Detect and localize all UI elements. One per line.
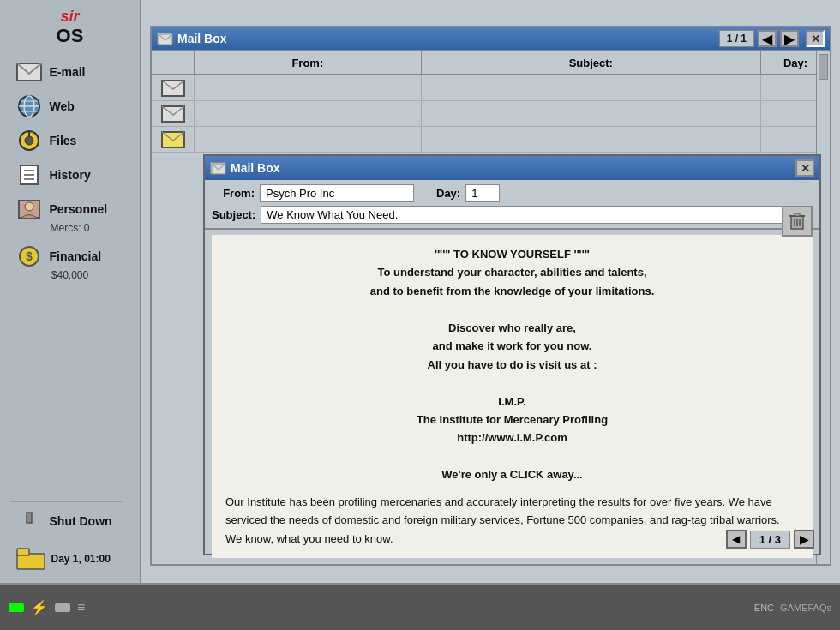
watermark-text: ENC GAMEFAQs — [754, 603, 831, 613]
sidebar-item-files[interactable]: Files — [10, 125, 130, 156]
body-line-3: and to benefit from the knowledge of you… — [225, 282, 799, 300]
sidebar-divider — [10, 501, 122, 502]
sidebar-item-personnel[interactable]: Personnel Mercs: 0 — [10, 194, 130, 237]
body-space-2 — [225, 374, 799, 392]
mercs-count: Mercs: 0 — [50, 222, 89, 234]
outer-mailbox-title: Mail Box — [177, 32, 719, 45]
day-value: 1 — [465, 184, 500, 202]
table-row[interactable] — [152, 127, 830, 153]
row2-from — [195, 101, 422, 126]
scrollbar-thumb[interactable] — [819, 54, 828, 80]
titlebar-icon — [157, 33, 172, 45]
app-logo: sir OS — [57, 9, 84, 46]
bottom-page-indicator: 1 / 3 — [750, 531, 790, 549]
day-info: Day 1, 01:00 — [10, 543, 130, 574]
row2-subject — [422, 101, 761, 126]
sidebar-item-financial[interactable]: $ Financial $40,000 — [10, 241, 130, 285]
inner-titlebar-icon — [210, 162, 225, 174]
body-line-8: The Institute for Mercenary Profiling — [225, 411, 799, 429]
envelope-icon-3 — [152, 127, 195, 152]
led-gray — [55, 603, 70, 612]
sidebar: sir OS E-mail — [0, 0, 141, 583]
logo-sir: sir — [57, 9, 84, 26]
email-icon — [15, 60, 43, 84]
personnel-icon — [15, 197, 43, 221]
inner-mailbox-titlebar: Mail Box ✕ — [205, 156, 819, 180]
outer-mailbox-body: From: Subject: Day: — [150, 50, 831, 566]
email-body: '"'" TO KNOW YOURSELF '"'" To understand… — [212, 235, 813, 558]
body-line-9: http://www.I.M.P.com — [225, 429, 799, 447]
outer-mailbox-titlebar: Mail Box 1 / 1 ◀ ▶ ✕ — [150, 26, 831, 50]
next-arrow-btn[interactable]: ▶ — [780, 30, 799, 47]
row3-from — [195, 127, 422, 152]
row1-from — [195, 75, 422, 100]
inner-mailbox-title: Mail Box — [231, 161, 795, 175]
bars-icon: ≡ — [77, 600, 85, 615]
body-line-6: All you have to do is visit us at : — [225, 356, 799, 374]
shutdown-label: Shut Down — [50, 514, 112, 528]
sidebar-item-history[interactable]: History — [10, 159, 130, 190]
body-space-1 — [225, 300, 799, 318]
inner-close-btn[interactable]: ✕ — [795, 159, 814, 177]
svg-text:$: $ — [26, 249, 33, 263]
from-label: From: — [212, 187, 255, 200]
envelope-icon-2 — [152, 101, 195, 126]
header-icon-col — [152, 51, 195, 74]
table-row[interactable] — [152, 101, 830, 127]
body-line-4: Discover who really are, — [225, 319, 799, 337]
subject-value: We Know What You Need. — [261, 206, 813, 224]
svg-rect-27 — [795, 213, 800, 216]
body-line-2: To understand your character, abilities … — [225, 263, 799, 281]
body-line-7: I.M.P. — [225, 393, 799, 411]
svg-point-7 — [25, 136, 33, 145]
logo-os: OS — [57, 26, 84, 46]
sidebar-bottom: Shut Down Day 1, 01:00 — [10, 498, 130, 583]
day-label-field: Day: — [436, 187, 460, 200]
bottom-pagination: ◀ 1 / 3 ▶ — [726, 530, 814, 549]
sidebar-item-email[interactable]: E-mail — [10, 57, 130, 87]
svg-rect-19 — [17, 549, 29, 555]
led-green — [9, 603, 24, 612]
body-line-5: and make it work for you now. — [225, 337, 799, 355]
web-icon — [15, 94, 43, 118]
subject-label: Subject: — [212, 208, 255, 221]
day-label: Day 1, 01:00 — [51, 553, 111, 565]
svg-point-14 — [25, 202, 33, 211]
body-line-11: Our Institute has been profiling mercena… — [225, 493, 799, 548]
header-subject: Subject: — [422, 51, 761, 74]
taskbar-indicators: ⚡ ≡ — [9, 599, 85, 615]
svg-rect-17 — [27, 513, 32, 523]
bottom-next-btn[interactable]: ▶ — [794, 530, 814, 549]
inner-from-row: From: Psych Pro Inc Day: 1 — [205, 180, 819, 204]
row1-subject — [422, 75, 761, 100]
taskbar: ⚡ ≡ ENC GAMEFAQs — [0, 583, 840, 630]
mail-table-header: From: Subject: Day: — [152, 51, 830, 75]
files-icon — [15, 129, 43, 153]
shutdown-button[interactable]: Shut Down — [10, 506, 130, 537]
sidebar-item-web[interactable]: Web — [10, 91, 130, 122]
body-line-1: '"'" TO KNOW YOURSELF '"'" — [225, 245, 799, 263]
history-icon — [15, 163, 43, 187]
sidebar-label-files: Files — [50, 134, 77, 147]
outer-close-btn[interactable]: ✕ — [806, 30, 825, 47]
desktop: sir OS E-mail — [0, 0, 840, 583]
lightning-icon: ⚡ — [31, 599, 48, 615]
inner-mailbox-window: Mail Box ✕ From: Psych Pro Inc Day: 1 — [203, 154, 821, 555]
sidebar-label-financial: Financial — [50, 249, 102, 263]
header-from: From: — [195, 51, 422, 74]
row3-subject — [422, 127, 761, 152]
envelope-icon-1 — [152, 75, 195, 100]
sidebar-label-history: History — [50, 168, 91, 182]
shutdown-icon — [15, 509, 43, 533]
sidebar-label-email: E-mail — [50, 65, 86, 79]
from-value: Psych Pro Inc — [260, 184, 414, 202]
prev-arrow-btn[interactable]: ◀ — [758, 30, 777, 47]
main-area: Mail Box 1 / 1 ◀ ▶ ✕ From: Subject: Day: — [141, 0, 840, 583]
gamefaqs-label: GAMEFAQs — [780, 603, 831, 613]
outer-pagination: 1 / 1 ◀ ▶ — [719, 30, 799, 47]
trash-button[interactable] — [782, 206, 813, 237]
body-line-10: We're only a CLICK away... — [225, 465, 799, 483]
financial-amount: $40,000 — [51, 269, 88, 281]
table-row[interactable] — [152, 75, 830, 101]
bottom-prev-btn[interactable]: ◀ — [726, 530, 747, 549]
